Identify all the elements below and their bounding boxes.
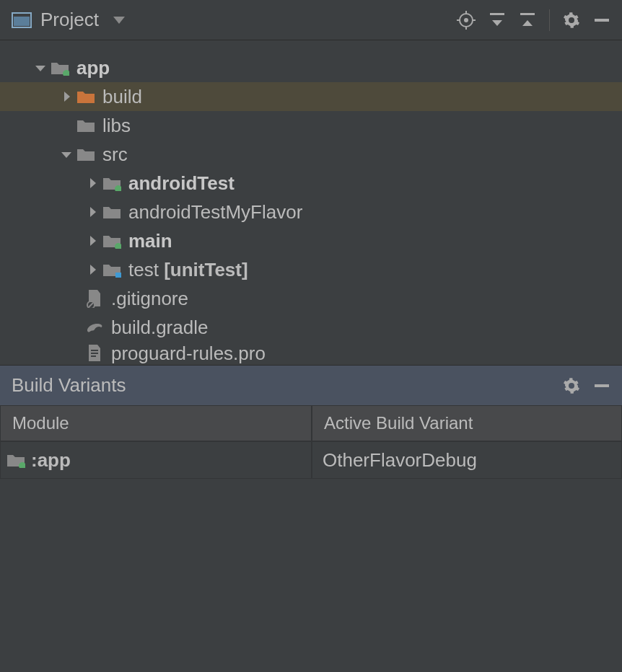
tree-item-label: src [102,143,128,166]
chevron-right-icon[interactable] [84,236,101,246]
tree-item-gitignore[interactable]: .gitignore [0,284,622,313]
build-variants-title: Build Variants [12,374,126,397]
module-folder-icon [6,452,25,468]
build-variants-toolbar-right [563,377,610,394]
svg-marker-12 [522,20,533,26]
tree-item-label: proguard-rules.pro [111,342,266,365]
tree-item-label: test [128,259,159,281]
chevron-right-icon[interactable] [84,207,101,217]
test-folder-icon [101,262,123,278]
tree-item-label: app [76,57,110,79]
folder-icon [75,89,97,105]
tree-item-label: androidTest [128,172,235,195]
tree-item-test[interactable]: test [unitTest] [0,255,622,284]
svg-rect-1 [14,17,30,26]
chevron-right-icon[interactable] [84,178,101,188]
svg-rect-29 [91,355,96,357]
build-variants-toolbar: Build Variants [0,365,622,405]
tree-item-label: libs [102,115,131,137]
tree-item-label: main [128,230,172,252]
svg-marker-2 [113,17,125,24]
tree-item-main[interactable]: main [0,226,622,255]
toolbar-divider [549,9,550,31]
chevron-right-icon[interactable] [58,92,75,102]
svg-marker-20 [90,207,96,217]
column-variant[interactable]: Active Build Variant [312,405,622,441]
folder-icon [101,204,123,220]
chevron-down-icon[interactable] [58,149,75,159]
gradle-file-icon [84,319,105,335]
window-icon [12,12,32,28]
gitignore-file-icon [84,289,105,308]
project-toolbar-right [457,9,610,31]
cell-module-label: :app [31,449,71,472]
project-title[interactable]: Project [40,9,99,31]
tree-item-label: androidTestMyFlavor [128,201,302,224]
target-icon[interactable] [457,11,476,30]
svg-marker-21 [90,236,96,246]
build-variants-table: Module Active Build Variant :app OtherFl… [0,405,622,479]
svg-marker-18 [90,178,96,188]
minimize-icon[interactable] [593,12,610,29]
minimize-icon[interactable] [593,377,610,394]
svg-marker-17 [61,152,71,158]
chevron-right-icon[interactable] [84,265,101,275]
tree-item-androidtestmyflavor[interactable]: androidTestMyFlavor [0,198,622,226]
tree-item-src[interactable]: src [0,140,622,169]
collapse-all-icon[interactable] [519,12,536,29]
svg-rect-11 [520,13,535,15]
source-folder-icon [101,233,123,249]
svg-rect-9 [490,13,504,15]
tree-item-suffix: [unitTest] [164,259,248,281]
svg-rect-30 [595,384,609,387]
cell-variant[interactable]: OtherFlavorDebug [312,441,622,479]
table-row[interactable]: :app OtherFlavorDebug [0,441,622,479]
svg-point-8 [464,18,468,22]
column-module[interactable]: Module [0,405,312,441]
expand-all-icon[interactable] [489,12,506,29]
tree-item-build[interactable]: build [0,82,622,111]
cell-module[interactable]: :app [0,441,312,479]
project-toolbar-left: Project [12,9,125,31]
svg-rect-13 [595,19,609,22]
tree-item-label: .gitignore [111,288,188,310]
chevron-down-icon[interactable] [113,17,125,24]
folder-icon [75,146,97,162]
table-header: Module Active Build Variant [0,405,622,441]
project-toolbar: Project [0,0,622,40]
tree-item-app[interactable]: app [0,53,622,82]
tree-item-libs[interactable]: libs [0,111,622,140]
tree-item-label: build [102,86,142,108]
empty-area [0,479,622,672]
folder-icon [75,118,97,133]
chevron-down-icon[interactable] [32,63,49,73]
text-file-icon [84,344,105,363]
project-tree: app build libs src [0,40,622,365]
module-folder-icon [49,60,71,76]
test-folder-icon [101,175,123,191]
tree-item-proguard[interactable]: proguard-rules.pro [0,342,622,365]
tree-item-buildgradle[interactable]: build.gradle [0,313,622,342]
svg-marker-14 [35,66,45,71]
tree-item-cut[interactable] [0,40,622,53]
svg-marker-23 [90,265,96,275]
gear-icon[interactable] [563,12,580,29]
svg-rect-28 [91,353,98,354]
tree-item-label: build.gradle [111,317,208,339]
cell-variant-label: OtherFlavorDebug [323,449,477,472]
gear-icon[interactable] [563,377,580,394]
svg-marker-16 [64,92,70,102]
svg-rect-27 [91,350,98,351]
svg-rect-24 [115,273,121,278]
tree-item-androidtest[interactable]: androidTest [0,169,622,198]
svg-marker-10 [492,20,502,26]
